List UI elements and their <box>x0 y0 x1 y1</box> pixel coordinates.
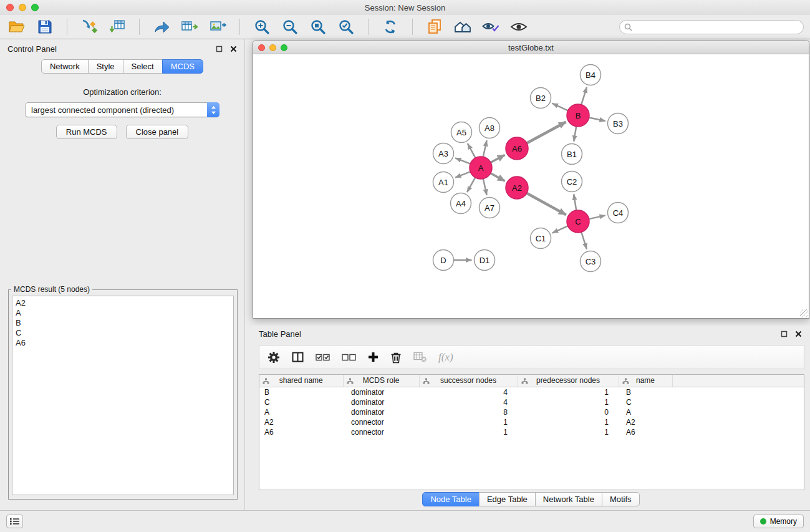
tab-select[interactable]: Select <box>123 59 163 74</box>
close-panel-icon[interactable] <box>230 46 237 52</box>
close-network-window-button[interactable] <box>258 44 265 51</box>
table-cell[interactable]: 1 <box>518 397 619 407</box>
node-B[interactable]: B <box>567 104 589 127</box>
tab-style[interactable]: Style <box>88 59 123 74</box>
table-cell[interactable]: 1 <box>518 387 619 397</box>
tab-edge-table[interactable]: Edge Table <box>479 492 536 506</box>
table-cell[interactable]: A6 <box>259 427 343 437</box>
edge-A-A7[interactable] <box>483 179 487 195</box>
table-cell[interactable]: 1 <box>419 417 518 427</box>
edge-A-A5[interactable] <box>468 143 476 158</box>
column-header-MCDS-role[interactable]: MCDS role <box>343 375 419 387</box>
delete-table-button[interactable] <box>413 352 427 362</box>
select-all-button[interactable] <box>316 353 330 362</box>
node-A[interactable]: A <box>470 157 492 179</box>
table-row[interactable]: Adominator80A <box>259 407 804 417</box>
zoom-selected-button[interactable] <box>335 17 357 36</box>
node-B2[interactable]: B2 <box>531 88 551 109</box>
table-cell[interactable]: 4 <box>419 397 518 407</box>
node-C4[interactable]: C4 <box>608 203 629 223</box>
table-row[interactable]: A2connector11A2 <box>259 417 804 427</box>
apply-layout-button[interactable] <box>380 17 401 36</box>
edge-B-B3[interactable] <box>589 118 605 121</box>
node-D1[interactable]: D1 <box>475 250 495 271</box>
table-cell[interactable]: C <box>619 397 672 407</box>
export-table-button[interactable] <box>179 17 200 36</box>
import-network-button[interactable] <box>79 17 100 36</box>
save-session-button[interactable] <box>34 17 55 36</box>
mcds-result-item[interactable]: A6 <box>16 338 230 348</box>
close-mcds-panel-button[interactable]: Close panel <box>126 125 189 139</box>
table-row[interactable]: Cdominator41C <box>259 397 804 407</box>
vizmapper-button[interactable] <box>480 17 501 36</box>
task-list-button[interactable] <box>6 515 23 528</box>
add-column-button[interactable] <box>368 352 378 362</box>
table-row[interactable]: A6connector11A6 <box>259 427 804 437</box>
table-cell[interactable]: dominator <box>343 387 419 397</box>
minimize-network-window-button[interactable] <box>269 44 276 51</box>
node-A5[interactable]: A5 <box>451 122 472 143</box>
column-header-shared-name[interactable]: shared name <box>259 375 343 387</box>
deselect-all-button[interactable] <box>342 353 356 362</box>
edge-A-A6[interactable] <box>491 155 505 162</box>
run-mcds-button[interactable]: Run MCDS <box>56 125 117 139</box>
tab-motifs[interactable]: Motifs <box>602 492 640 506</box>
table-cell[interactable]: C <box>259 397 343 407</box>
table-settings-button[interactable] <box>268 351 280 364</box>
network-window-titlebar[interactable]: testGlobe.txt <box>253 41 809 54</box>
node-A2[interactable]: A2 <box>506 177 528 199</box>
delete-column-button[interactable] <box>390 351 402 364</box>
table-cell[interactable]: dominator <box>343 397 419 407</box>
import-table-button[interactable] <box>107 17 128 36</box>
edge-A-A4[interactable] <box>467 178 475 192</box>
mcds-result-item[interactable]: C <box>16 328 230 338</box>
node-C2[interactable]: C2 <box>562 172 582 192</box>
network-graph[interactable]: B4B2BB3A5A8A6B1A3AC2A1A2A4A7C4CC1C3DD1 <box>253 54 809 318</box>
edge-B-B1[interactable] <box>574 127 576 142</box>
table-cell[interactable]: A <box>619 407 672 417</box>
column-header-name[interactable]: name <box>619 375 672 387</box>
table-cell[interactable]: B <box>619 387 672 397</box>
table-cell[interactable]: 8 <box>419 407 518 417</box>
export-network-button[interactable] <box>151 17 172 36</box>
show-columns-button[interactable] <box>292 352 304 362</box>
edge-C-C1[interactable] <box>552 226 568 233</box>
node-B1[interactable]: B1 <box>562 144 582 165</box>
edge-A-A1[interactable] <box>455 172 470 177</box>
node-C1[interactable]: C1 <box>531 228 551 249</box>
edge-B-B4[interactable] <box>581 87 587 105</box>
table-cell[interactable]: connector <box>343 417 419 427</box>
table-cell[interactable]: dominator <box>343 407 419 417</box>
tab-mcds[interactable]: MCDS <box>162 59 203 74</box>
table-cell[interactable]: connector <box>343 427 419 437</box>
close-table-panel-icon[interactable] <box>795 331 802 337</box>
tab-node-table[interactable]: Node Table <box>422 492 480 506</box>
node-B3[interactable]: B3 <box>608 114 629 134</box>
window-resize-grip[interactable] <box>800 309 808 317</box>
network-canvas[interactable]: B4B2BB3A5A8A6B1A3AC2A1A2A4A7C4CC1C3DD1 <box>253 54 809 318</box>
zoom-fit-button[interactable] <box>307 17 329 36</box>
edge-A6-B[interactable] <box>527 122 566 143</box>
node-A1[interactable]: A1 <box>433 172 454 193</box>
table-cell[interactable]: 1 <box>518 417 619 427</box>
table-cell[interactable]: A2 <box>619 417 672 427</box>
edge-A-A2[interactable] <box>491 173 505 181</box>
node-C3[interactable]: C3 <box>581 251 601 272</box>
table-cell[interactable]: A <box>259 407 343 417</box>
mcds-result-item[interactable]: B <box>16 318 230 328</box>
mcds-result-item[interactable]: A2 <box>16 298 230 308</box>
tab-network[interactable]: Network <box>41 59 89 74</box>
edge-B-B2[interactable] <box>552 104 568 111</box>
table-cell[interactable]: 4 <box>419 387 518 397</box>
show-hide-button[interactable] <box>508 17 529 36</box>
float-table-panel-icon[interactable] <box>781 331 788 337</box>
table-cell[interactable]: B <box>259 387 343 397</box>
edge-C-C3[interactable] <box>581 232 587 249</box>
edge-A-A8[interactable] <box>483 140 487 157</box>
edge-C-C2[interactable] <box>574 194 576 210</box>
close-window-button[interactable] <box>6 4 14 11</box>
zoom-out-button[interactable] <box>279 17 301 36</box>
mcds-result-item[interactable]: A <box>16 308 230 318</box>
search-input[interactable] <box>635 22 799 31</box>
table-cell[interactable]: 1 <box>518 427 619 437</box>
